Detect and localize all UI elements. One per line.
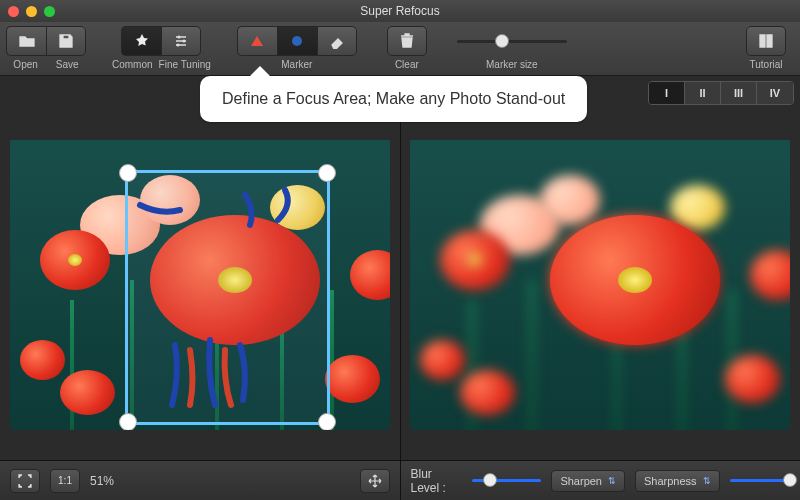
book-icon bbox=[757, 32, 775, 50]
chevron-updown-icon: ⇅ bbox=[608, 476, 616, 486]
sharpness-slider[interactable] bbox=[730, 466, 790, 496]
open-label: Open bbox=[13, 59, 37, 70]
source-controls: 1:1 51% bbox=[0, 461, 401, 500]
svg-point-2 bbox=[177, 44, 180, 47]
bottom-bar: 1:1 51% Blur Level : Sharpen ⇅ Sharpness… bbox=[0, 460, 800, 500]
blur-label: Blur Level : bbox=[411, 467, 463, 495]
marker-size-slider[interactable] bbox=[457, 26, 567, 56]
tooltip-text: Define a Focus Area; Make any Photo Stan… bbox=[222, 90, 565, 107]
pan-button[interactable] bbox=[360, 469, 390, 493]
svg-point-0 bbox=[178, 36, 181, 39]
triangle-red-icon bbox=[250, 34, 264, 48]
preview-controls: Blur Level : Sharpen ⇅ Sharpness ⇅ bbox=[401, 461, 801, 500]
sharpen-value: Sharpen bbox=[560, 475, 602, 487]
trash-icon bbox=[398, 32, 416, 50]
handle-bl[interactable] bbox=[119, 413, 137, 430]
mode-common-label: Common bbox=[112, 59, 153, 70]
handle-tl[interactable] bbox=[119, 164, 137, 182]
window-controls bbox=[0, 6, 55, 17]
tutorial-button[interactable] bbox=[746, 26, 786, 56]
source-image bbox=[10, 140, 390, 430]
marker-erase-button[interactable] bbox=[317, 26, 357, 56]
marker-background-button[interactable] bbox=[277, 26, 317, 56]
fit-screen-button[interactable] bbox=[10, 469, 40, 493]
view-mode-1[interactable]: I bbox=[649, 82, 685, 104]
preview-canvas[interactable] bbox=[401, 110, 801, 460]
close-icon[interactable] bbox=[8, 6, 19, 17]
minimize-icon[interactable] bbox=[26, 6, 37, 17]
focus-selection[interactable] bbox=[125, 170, 330, 425]
mode-fine-tuning-button[interactable] bbox=[161, 26, 201, 56]
sharpness-dropdown[interactable]: Sharpness ⇅ bbox=[635, 470, 720, 492]
clear-button[interactable] bbox=[387, 26, 427, 56]
workspace: I II III IV bbox=[0, 76, 800, 460]
handle-br[interactable] bbox=[318, 413, 336, 430]
source-canvas[interactable] bbox=[0, 110, 400, 460]
marker-label: Marker bbox=[281, 59, 312, 70]
svg-point-1 bbox=[183, 40, 186, 43]
window-title: Super Refocus bbox=[0, 4, 800, 18]
view-mode-4[interactable]: IV bbox=[757, 82, 793, 104]
save-button[interactable] bbox=[46, 26, 86, 56]
mode-common-button[interactable] bbox=[121, 26, 161, 56]
eraser-icon bbox=[329, 33, 345, 49]
folder-open-icon bbox=[18, 32, 36, 50]
star-icon bbox=[134, 33, 150, 49]
source-pane bbox=[0, 76, 401, 460]
clear-label: Clear bbox=[395, 59, 419, 70]
circle-blue-icon bbox=[290, 34, 304, 48]
sliders-icon bbox=[173, 33, 189, 49]
move-icon bbox=[368, 474, 382, 488]
zoom-value: 51% bbox=[90, 474, 114, 488]
zoom-icon[interactable] bbox=[44, 6, 55, 17]
sharpen-dropdown[interactable]: Sharpen ⇅ bbox=[551, 470, 625, 492]
title-bar: Super Refocus bbox=[0, 0, 800, 22]
preview-image bbox=[410, 140, 790, 430]
svg-point-3 bbox=[292, 36, 302, 46]
preview-pane: I II III IV bbox=[401, 76, 801, 460]
view-mode-segmented[interactable]: I II III IV bbox=[648, 81, 794, 105]
marker-size-label: Marker size bbox=[486, 59, 538, 70]
blur-slider[interactable] bbox=[472, 466, 541, 496]
mode-fine-tuning-label: Fine Tuning bbox=[159, 59, 211, 70]
one-to-one-button[interactable]: 1:1 bbox=[50, 469, 80, 493]
save-label: Save bbox=[56, 59, 79, 70]
handle-tr[interactable] bbox=[318, 164, 336, 182]
view-mode-2[interactable]: II bbox=[685, 82, 721, 104]
main-toolbar: Open Save Common Fine Tuning bbox=[0, 22, 800, 76]
onboarding-tooltip: Define a Focus Area; Make any Photo Stan… bbox=[200, 76, 587, 122]
chevron-updown-icon: ⇅ bbox=[703, 476, 711, 486]
marker-foreground-button[interactable] bbox=[237, 26, 277, 56]
tutorial-label: Tutorial bbox=[750, 59, 783, 70]
fit-icon bbox=[18, 474, 32, 488]
open-button[interactable] bbox=[6, 26, 46, 56]
sharpness-value: Sharpness bbox=[644, 475, 697, 487]
view-mode-3[interactable]: III bbox=[721, 82, 757, 104]
floppy-icon bbox=[57, 32, 75, 50]
